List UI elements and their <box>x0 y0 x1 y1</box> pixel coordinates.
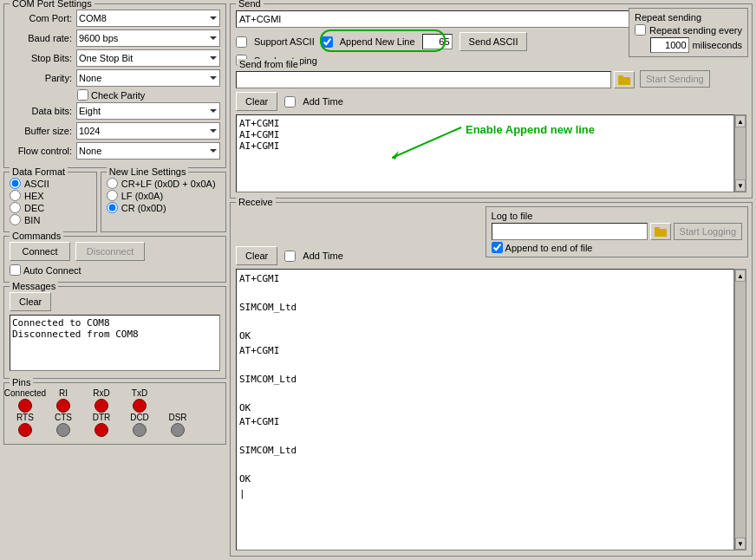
send-scroll-up[interactable]: ▲ <box>735 115 746 127</box>
check-parity-label: Check Parity <box>91 90 145 101</box>
messages-clear-button[interactable]: Clear <box>10 292 51 311</box>
ascii-radio[interactable] <box>10 178 21 189</box>
log-file-path-input[interactable] <box>492 223 648 240</box>
com-port-settings-title: COM Port Settings <box>10 0 94 9</box>
com-port-select[interactable]: COM8 <box>76 10 220 27</box>
crlf-radio[interactable] <box>107 178 118 189</box>
svg-rect-0 <box>618 77 630 85</box>
lf-label: LF (0x0A) <box>121 191 163 201</box>
pins-title: Pins <box>10 377 33 387</box>
ascii-number-input[interactable] <box>422 34 453 49</box>
append-to-file-checkbox[interactable] <box>492 242 503 253</box>
send-add-time-checkbox[interactable] <box>284 96 296 107</box>
append-to-file-row: Append to end of file <box>492 242 742 253</box>
send-from-file-container: Send from file <box>236 69 635 88</box>
send-add-time-label: Add Time <box>303 96 342 107</box>
receive-title: Receive <box>236 197 276 207</box>
svg-rect-5 <box>655 227 660 230</box>
connect-button[interactable]: Connect <box>10 242 70 261</box>
pin-ri: RI <box>48 388 79 413</box>
receive-log-area[interactable]: AT+CGMISIMCOM_LtdOKAT+CGMISIMCOM_LtdOKAT… <box>236 269 734 550</box>
support-ascii-checkbox[interactable] <box>236 36 247 48</box>
cr-radio[interactable] <box>107 202 118 213</box>
pin-dtr: DTR <box>86 413 117 437</box>
com-port-label: Com Port: <box>10 13 72 23</box>
append-newline-checkbox[interactable] <box>322 36 333 48</box>
append-newline-label: Append New Line <box>340 36 415 47</box>
lf-radio-item: LF (0x0A) <box>107 190 220 201</box>
data-bits-select[interactable]: Eight <box>76 102 220 120</box>
browse-button[interactable] <box>614 71 635 88</box>
pin-dtr-light <box>94 423 108 437</box>
bin-radio[interactable] <box>10 214 21 225</box>
baud-rate-select[interactable]: 9600 bps <box>76 29 220 47</box>
ascii-radio-item: ASCII <box>10 178 91 189</box>
cr-radio-item: CR (0x0D) <box>107 202 220 213</box>
file-path-input[interactable] <box>236 71 611 88</box>
buffer-size-row: Buffer size: 1024 <box>10 122 220 140</box>
auto-connect-checkbox[interactable] <box>10 264 21 276</box>
start-logging-button[interactable]: Start Logging <box>674 223 742 240</box>
bin-radio-item: BIN <box>10 214 91 225</box>
send-log-area[interactable]: AT+CGMIAI+CGMIAI+CGMI <box>236 114 734 192</box>
receive-add-time-checkbox[interactable] <box>284 251 296 262</box>
baud-rate-row: Baud rate: 9600 bps <box>10 29 220 47</box>
pin-rts: RTS <box>10 413 41 437</box>
send-from-file-row: Send from file Start Sending <box>236 69 746 88</box>
start-sending-button[interactable]: Start Sending <box>640 70 710 88</box>
pin-cts-label: CTS <box>55 413 72 422</box>
check-parity-checkbox[interactable] <box>77 89 88 101</box>
send-title: Send <box>236 0 264 9</box>
cmd-buttons-row: Connect Disconnect <box>10 242 220 261</box>
disconnect-button[interactable]: Disconnect <box>75 242 145 261</box>
send-from-file-label: Send from file <box>238 59 300 69</box>
hex-label: HEX <box>24 191 44 201</box>
pin-dcd: DCD <box>124 413 155 437</box>
log-file-row: Start Logging <box>492 223 742 240</box>
send-ascii-button[interactable]: Send ASCII <box>459 32 528 51</box>
flow-control-label: Flow control: <box>10 146 72 156</box>
lf-radio[interactable] <box>107 190 118 201</box>
send-clear-button[interactable]: Clear <box>236 92 277 111</box>
dec-radio[interactable] <box>10 202 21 213</box>
buffer-size-select[interactable]: 1024 <box>76 122 220 140</box>
send-scroll-track <box>735 127 746 179</box>
parity-label: Parity: <box>10 73 72 83</box>
pin-dsr-light <box>171 423 185 437</box>
receive-scrollbar[interactable]: ▲ ▼ <box>734 269 746 550</box>
dec-radio-item: DEC <box>10 202 91 213</box>
send-log-container: AT+CGMIAI+CGMIAI+CGMI ▲ ▼ Enable Append … <box>236 114 746 192</box>
pin-connected-light <box>18 399 32 413</box>
file-input-container <box>236 71 635 88</box>
receive-clear-button[interactable]: Clear <box>236 246 277 265</box>
send-scrollbar[interactable]: ▲ ▼ <box>734 114 746 192</box>
crlf-radio-item: CR+LF (0x0D + 0x0A) <box>107 178 220 189</box>
log-browse-button[interactable] <box>650 223 671 240</box>
parity-select[interactable]: None <box>76 69 220 87</box>
stop-bits-row: Stop Bits: One Stop Bit <box>10 49 220 67</box>
flow-control-select[interactable]: None <box>76 142 220 160</box>
com-port-settings-group: COM Port Settings Com Port: COM8 Baud ra… <box>3 3 226 168</box>
receive-scroll-down[interactable]: ▼ <box>735 537 746 550</box>
send-scroll-down[interactable]: ▼ <box>735 179 746 192</box>
receive-scroll-up[interactable]: ▲ <box>735 270 746 282</box>
pin-txd: TxD <box>124 388 155 413</box>
hex-radio[interactable] <box>10 190 21 201</box>
pin-txd-light <box>133 399 147 413</box>
repeat-sending-title: Repeat sending <box>635 12 742 23</box>
auto-connect-row: Auto Connect <box>10 264 220 276</box>
log-folder-icon <box>655 226 667 237</box>
stop-bits-label: Stop Bits: <box>10 53 72 63</box>
hex-radio-item: HEX <box>10 190 91 201</box>
pin-txd-label: TxD <box>132 388 147 398</box>
pin-dtr-label: DTR <box>93 413 111 422</box>
cr-label: CR (0x0D) <box>121 203 166 213</box>
append-to-file-label: Append to end of file <box>505 243 593 253</box>
stop-bits-select[interactable]: One Stop Bit <box>76 49 220 67</box>
receive-scroll-track <box>735 282 746 537</box>
messages-textarea[interactable]: Connected to COM8 Disconnected from COM8 <box>10 315 220 371</box>
data-bits-row: Data bits: Eight <box>10 102 220 120</box>
messages-clear-row: Clear <box>10 292 220 311</box>
pin-connected: Connected <box>10 388 41 413</box>
commands-title: Commands <box>10 231 63 241</box>
